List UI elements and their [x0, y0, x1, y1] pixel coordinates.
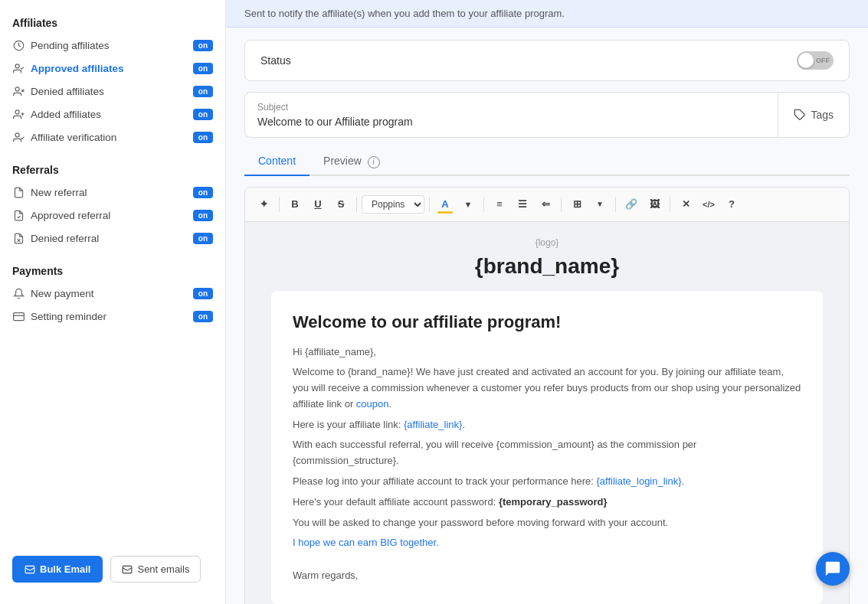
referrals-section-title: Referrals [0, 156, 225, 181]
image-button[interactable]: 🖼 [644, 194, 665, 215]
approved-referral-badge: on [193, 210, 213, 221]
svg-point-2 [15, 87, 19, 90]
doc-x-icon [12, 232, 25, 244]
new-referral-label: New referral [31, 187, 187, 198]
denied-affiliates-label: Denied affiliates [31, 86, 187, 97]
setting-reminder-badge: on [193, 311, 213, 322]
tab-content[interactable]: Content [244, 149, 310, 176]
sidebar-item-denied-affiliates[interactable]: Denied affiliates on [0, 80, 225, 103]
denied-referral-badge: on [193, 233, 213, 244]
magic-wand-button[interactable]: ✦ [253, 194, 274, 215]
table-button[interactable]: ⊞ [566, 194, 588, 215]
pending-affiliates-badge: on [193, 40, 213, 51]
clock-icon [12, 39, 25, 51]
user-plus-icon [12, 108, 25, 120]
color-indicator [437, 211, 453, 214]
font-color-button[interactable]: A [434, 194, 456, 215]
ordered-list-button[interactable]: ☰ [512, 194, 533, 215]
approved-affiliates-badge: on [193, 63, 213, 74]
tags-button[interactable]: Tags [778, 93, 849, 137]
svg-rect-11 [13, 312, 24, 320]
sidebar-item-new-referral[interactable]: New referral on [0, 181, 225, 204]
affiliate-verification-label: Affiliate verification [31, 132, 187, 143]
tab-preview[interactable]: Preview i [310, 149, 394, 176]
underline-button[interactable]: U [307, 194, 329, 215]
sidebar-item-approved-affiliates[interactable]: Approved affiliates on [0, 57, 225, 80]
svg-rect-14 [123, 566, 133, 573]
strikethrough-button[interactable]: S [330, 194, 352, 215]
content-area: Status OFF Subject Welcome to our Affili… [226, 28, 868, 604]
editor-toolbar: ✦ B U S Poppins Arial Georgia A ▼ ≡ [245, 188, 849, 222]
new-payment-badge: on [193, 288, 213, 299]
sent-emails-label: Sent emails [137, 563, 189, 575]
doc-check-icon [12, 209, 25, 221]
subject-value: Welcome to our Affiliate program [257, 116, 765, 128]
affiliate-verification-badge: on [193, 132, 213, 143]
sidebar: Affiliates Pending affiliates on Approve… [0, 0, 226, 604]
email-sign-off: Warm regards, [293, 568, 801, 584]
tab-preview-label: Preview [323, 155, 362, 167]
link-button[interactable]: 🔗 [621, 194, 642, 215]
approved-referral-label: Approved referral [31, 210, 187, 221]
tab-content-label: Content [258, 155, 296, 167]
sidebar-item-new-payment[interactable]: New payment on [0, 282, 225, 305]
svg-point-1 [15, 64, 19, 67]
approved-affiliates-label: Approved affiliates [31, 63, 187, 74]
svg-rect-13 [25, 566, 34, 573]
sidebar-item-setting-reminder[interactable]: Setting reminder on [0, 305, 225, 328]
color-picker-button[interactable]: ▼ [457, 194, 479, 215]
clear-format-button[interactable]: ✕ [675, 194, 696, 215]
bold-button[interactable]: B [284, 194, 306, 215]
table-expand-button[interactable]: ▼ [589, 194, 611, 215]
toolbar-separator-4 [483, 197, 484, 212]
sidebar-item-approved-referral[interactable]: Approved referral on [0, 204, 225, 227]
sidebar-item-affiliate-verification[interactable]: Affiliate verification on [0, 126, 225, 149]
new-referral-badge: on [193, 187, 213, 198]
added-affiliates-label: Added affiliates [31, 109, 187, 120]
editor-body: {logo} {brand_name} Welcome to our affil… [245, 222, 849, 605]
toggle-knob [798, 53, 814, 68]
status-row: Status OFF [244, 40, 850, 81]
setting-reminder-label: Setting reminder [31, 311, 187, 322]
preview-info-icon: i [368, 156, 380, 168]
status-label: Status [260, 54, 797, 67]
code-button[interactable]: </> [698, 194, 719, 215]
email-line-1: Hi {affiliate_name}, [293, 344, 801, 361]
toolbar-separator-1 [279, 197, 280, 212]
sent-emails-button[interactable]: Sent emails [110, 556, 201, 583]
sidebar-item-added-affiliates[interactable]: Added affiliates on [0, 103, 225, 126]
toolbar-separator-2 [356, 197, 357, 212]
chat-button[interactable] [816, 552, 850, 586]
email-preview: {logo} {brand_name} Welcome to our affil… [245, 222, 849, 605]
payments-section-title: Payments [0, 257, 225, 282]
denied-affiliates-badge: on [193, 86, 213, 97]
credit-card-icon [12, 310, 25, 322]
toolbar-separator-6 [615, 197, 616, 212]
status-toggle[interactable]: OFF [797, 51, 834, 70]
help-button[interactable]: ? [721, 194, 742, 215]
bulk-email-button[interactable]: Bulk Email [12, 556, 103, 583]
doc-icon [12, 186, 25, 198]
align-button[interactable]: ⇐ [535, 194, 556, 215]
info-banner: Sent to notify the affiliate(s) when you… [226, 0, 868, 28]
sidebar-item-pending-affiliates[interactable]: Pending affiliates on [0, 34, 225, 57]
email-brand: {brand_name} [260, 254, 834, 279]
user-x-icon [12, 85, 25, 97]
toolbar-separator-7 [670, 197, 670, 212]
email-line-5: Please log into your affiliate account t… [293, 474, 801, 490]
email-line-7: You will be asked to change your passwor… [293, 515, 801, 531]
email-line-8: I hope we can earn BIG together. [293, 535, 801, 551]
email-heading: Welcome to our affiliate program! [293, 312, 801, 332]
tabs-row: Content Preview i [244, 149, 850, 176]
sidebar-item-denied-referral[interactable]: Denied referral on [0, 227, 225, 250]
denied-referral-label: Denied referral [31, 233, 187, 244]
tags-label: Tags [811, 109, 834, 121]
subject-field-label: Subject [257, 102, 765, 113]
email-editor: ✦ B U S Poppins Arial Georgia A ▼ ≡ [244, 187, 850, 605]
subject-field[interactable]: Subject Welcome to our Affiliate program [245, 93, 778, 137]
unordered-list-button[interactable]: ≡ [489, 194, 510, 215]
font-selector[interactable]: Poppins Arial Georgia [362, 195, 424, 214]
main-content: Sent to notify the affiliate(s) when you… [226, 0, 868, 604]
svg-point-8 [15, 132, 19, 136]
user-verify-icon [12, 131, 25, 143]
